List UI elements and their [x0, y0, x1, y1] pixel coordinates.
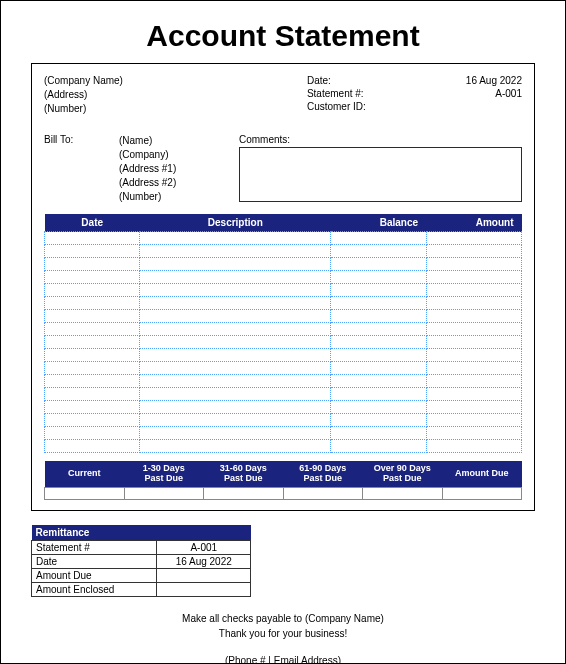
aging-header: 61-90 DaysPast Due — [283, 461, 363, 487]
meta-statement-value: A-001 — [417, 87, 522, 100]
remit-row: Amount Enclosed — [32, 582, 251, 596]
cell-amount — [426, 414, 521, 427]
cell-desc — [140, 427, 331, 440]
cell-amount — [426, 284, 521, 297]
cell-amount — [426, 388, 521, 401]
meta-customer-value — [417, 100, 522, 113]
company-address: (Address) — [44, 88, 287, 102]
cell-desc — [140, 297, 331, 310]
table-row — [45, 362, 522, 375]
remit-row: Date16 Aug 2022 — [32, 554, 251, 568]
company-name: (Company Name) — [44, 74, 287, 88]
billto-company: (Company) — [119, 148, 239, 162]
footer-block: Make all checks payable to (Company Name… — [31, 611, 535, 641]
footer-line1: Make all checks payable to (Company Name… — [31, 611, 535, 626]
cell-date — [45, 349, 140, 362]
cell-date — [45, 388, 140, 401]
aging-header: Amount Due — [442, 461, 522, 487]
aging-cell — [283, 487, 363, 499]
cell-amount — [426, 336, 521, 349]
company-block: (Company Name) (Address) (Number) — [44, 74, 287, 116]
cell-balance — [331, 388, 426, 401]
cell-amount — [426, 232, 521, 245]
cell-desc — [140, 245, 331, 258]
footer-line2: Thank you for your business! — [31, 626, 535, 641]
cell-date — [45, 336, 140, 349]
table-row — [45, 440, 522, 453]
cell-desc — [140, 388, 331, 401]
billto-number: (Number) — [119, 190, 239, 204]
aging-header: 31-60 DaysPast Due — [204, 461, 284, 487]
cell-amount — [426, 271, 521, 284]
comments-label: Comments: — [239, 134, 522, 145]
cell-balance — [331, 232, 426, 245]
table-row — [45, 310, 522, 323]
comments-box[interactable] — [239, 147, 522, 202]
cell-balance — [331, 297, 426, 310]
cell-desc — [140, 401, 331, 414]
table-row — [45, 401, 522, 414]
cell-desc — [140, 362, 331, 375]
billto-address1: (Address #1) — [119, 162, 239, 176]
remit-label: Amount Enclosed — [32, 582, 157, 596]
meta-block: Date: 16 Aug 2022 Statement #: A-001 Cus… — [307, 74, 522, 116]
cell-date — [45, 310, 140, 323]
header-section: (Company Name) (Address) (Number) Date: … — [44, 74, 522, 116]
table-row — [45, 297, 522, 310]
footer-contact: (Phone # | Email Address) — [31, 655, 535, 664]
page: Account Statement (Company Name) (Addres… — [0, 0, 566, 664]
aging-header: Over 90 DaysPast Due — [363, 461, 443, 487]
cell-desc — [140, 349, 331, 362]
cell-desc — [140, 323, 331, 336]
table-row — [45, 375, 522, 388]
cell-balance — [331, 362, 426, 375]
cell-date — [45, 401, 140, 414]
remit-row: Amount Due — [32, 568, 251, 582]
cell-balance — [331, 375, 426, 388]
remittance-table: Remittance Statement #A-001Date16 Aug 20… — [31, 525, 251, 597]
cell-amount — [426, 310, 521, 323]
cell-date — [45, 323, 140, 336]
transactions-table: Date Description Balance Amount — [44, 214, 522, 453]
cell-date — [45, 258, 140, 271]
cell-desc — [140, 336, 331, 349]
cell-date — [45, 232, 140, 245]
cell-date — [45, 375, 140, 388]
cell-date — [45, 362, 140, 375]
cell-desc — [140, 284, 331, 297]
cell-desc — [140, 258, 331, 271]
cell-date — [45, 414, 140, 427]
remit-value — [157, 582, 251, 596]
col-description: Description — [140, 214, 331, 232]
document-title: Account Statement — [31, 19, 535, 53]
col-balance: Balance — [331, 214, 426, 232]
cell-desc — [140, 232, 331, 245]
cell-balance — [331, 284, 426, 297]
cell-date — [45, 297, 140, 310]
cell-balance — [331, 245, 426, 258]
table-row — [45, 336, 522, 349]
cell-amount — [426, 349, 521, 362]
cell-date — [45, 427, 140, 440]
cell-amount — [426, 245, 521, 258]
remit-value: A-001 — [157, 540, 251, 554]
cell-balance — [331, 349, 426, 362]
cell-desc — [140, 271, 331, 284]
meta-customer-label: Customer ID: — [307, 100, 417, 113]
aging-header: 1-30 DaysPast Due — [124, 461, 204, 487]
aging-table: Current1-30 DaysPast Due31-60 DaysPast D… — [44, 461, 522, 500]
cell-amount — [426, 427, 521, 440]
cell-amount — [426, 258, 521, 271]
remittance-title: Remittance — [32, 525, 251, 541]
cell-balance — [331, 401, 426, 414]
meta-statement-label: Statement #: — [307, 87, 417, 100]
table-row — [45, 232, 522, 245]
col-amount: Amount — [426, 214, 521, 232]
cell-balance — [331, 271, 426, 284]
table-row — [45, 323, 522, 336]
cell-balance — [331, 258, 426, 271]
aging-cell — [204, 487, 284, 499]
remit-value — [157, 568, 251, 582]
aging-cell — [124, 487, 204, 499]
company-number: (Number) — [44, 102, 287, 116]
